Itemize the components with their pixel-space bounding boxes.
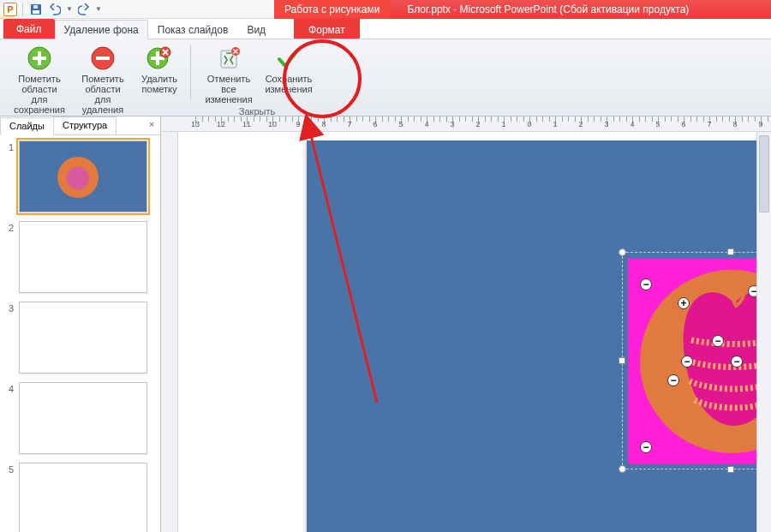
slide-panel-tab-outline[interactable]: Структура (53, 117, 117, 134)
thumb-row[interactable]: 3 (3, 302, 157, 374)
discard-label-1: Отменить все (207, 74, 250, 94)
ruler-label: 8 (732, 120, 737, 129)
remove-hint-marker[interactable]: − (640, 441, 652, 453)
vertical-scrollbar[interactable] (756, 132, 771, 532)
qat-separator (22, 3, 23, 16)
ruler-label: 1 (553, 120, 557, 129)
redo-icon[interactable] (76, 2, 92, 17)
ruler-label: 4 (424, 120, 428, 129)
tab-format[interactable]: Формат (299, 20, 355, 39)
slide-canvas[interactable]: − + − + − − − − − + − − (178, 132, 771, 532)
remove-hint-marker[interactable]: − (712, 335, 724, 347)
remove-hint-marker[interactable]: − (640, 278, 652, 290)
ribbon-group-close: Отменить всеизменения Сохранитьизменения… (194, 41, 320, 116)
slide-thumbnail-5[interactable] (19, 463, 147, 532)
svg-rect-5 (33, 57, 46, 60)
svg-rect-7 (96, 57, 110, 60)
remove-hint-marker[interactable]: − (731, 356, 743, 368)
ruler-ticks: 131211109876543210123456789 (195, 117, 771, 131)
thumb-row[interactable]: 4 (3, 382, 157, 454)
ruler-label: 5 (655, 120, 660, 129)
ruler-label: 12 (217, 120, 225, 129)
mark-keep-label-1: Пометить области (18, 74, 60, 94)
selection-handle[interactable] (619, 357, 625, 364)
tab-view[interactable]: Вид (237, 20, 275, 39)
discard-label-2: изменения (205, 94, 252, 105)
keep-label-1: Сохранить (266, 74, 313, 84)
slide-editor: 131211109876543210123456789 (161, 117, 771, 532)
delete-mark-button[interactable]: Удалитьпометку (135, 43, 183, 94)
plus-circle-green-icon (26, 45, 53, 72)
scrollbar-thumb[interactable] (759, 135, 769, 212)
remove-hint-marker[interactable]: − (681, 356, 693, 368)
ruler-label: 9 (758, 120, 762, 129)
selection-handle[interactable] (727, 466, 734, 473)
checkmark-green-icon (275, 45, 302, 72)
ribbon-separator (190, 45, 191, 100)
mark-remove-label-1: Пометить области (81, 74, 123, 94)
slide-thumbnail-2[interactable] (19, 221, 147, 293)
ruler-label: 9 (296, 120, 300, 129)
slide-panel: Слайды Структура × 1 2 3 4 5 (0, 117, 161, 532)
ruler-label: 7 (347, 120, 351, 129)
horizontal-ruler[interactable]: 131211109876543210123456789 (161, 117, 771, 132)
workspace: Слайды Структура × 1 2 3 4 5 (0, 117, 771, 532)
thumb-row[interactable]: 2 (3, 221, 157, 293)
mark-keep-label-2: для сохранения (14, 94, 65, 115)
minus-circle-red-icon (89, 45, 117, 72)
quick-access-toolbar: P ▼ ▼ (0, 0, 274, 19)
undo-icon[interactable] (47, 2, 63, 17)
qat-customize-icon[interactable]: ▼ (95, 5, 102, 13)
vertical-ruler[interactable] (161, 132, 178, 532)
recycle-bin-icon (215, 45, 242, 72)
ruler-label: 6 (681, 120, 685, 129)
thumb-row[interactable]: 5 (3, 463, 157, 532)
ribbon: Пометить областидля сохранения Пометить … (0, 39, 771, 117)
window-title: Блог.pptx - Microsoft PowerPoint (Сбой а… (390, 0, 771, 19)
slide-thumbnails[interactable]: 1 2 3 4 5 (0, 135, 160, 532)
keep-hint-marker[interactable]: + (678, 297, 690, 309)
selection-handle[interactable] (727, 248, 734, 255)
ruler-label: 4 (630, 120, 634, 129)
tab-file[interactable]: Файл (3, 19, 55, 39)
slide-thumbnail-4[interactable] (19, 382, 147, 454)
delete-mark-label-1: Удалить (141, 74, 177, 84)
ruler-label: 5 (398, 120, 403, 129)
ribbon-group-refine: Пометить областидля сохранения Пометить … (5, 41, 187, 116)
ruler-label: 3 (450, 120, 454, 129)
mark-areas-remove-button[interactable]: Пометить областидля удаления (72, 43, 134, 115)
picture-selection[interactable]: − + − + − − − − − + − − (622, 252, 771, 469)
background-removal-mask: − + − + − − − − − + − − (628, 258, 771, 463)
mark-areas-keep-button[interactable]: Пометить областидля сохранения (9, 43, 70, 115)
undo-dropdown-icon[interactable]: ▼ (66, 5, 73, 13)
picture-tools-tab-group: Формат (294, 18, 360, 39)
remove-hint-marker[interactable]: − (667, 374, 679, 386)
title-bar: P ▼ ▼ Работа с рисунками Блог.pptx - Mic… (0, 0, 771, 19)
thumb-number: 1 (3, 140, 14, 152)
ruler-label: 13 (191, 120, 200, 129)
ruler-label: 8 (321, 120, 326, 129)
ruler-label: 10 (268, 120, 277, 129)
selection-handle[interactable] (619, 465, 626, 473)
keep-changes-button[interactable]: Сохранитьизменения (261, 43, 316, 94)
slide-panel-tab-slides[interactable]: Слайды (0, 117, 54, 135)
discard-changes-button[interactable]: Отменить всеизменения (198, 43, 260, 105)
slide-panel-close-icon[interactable]: × (143, 117, 160, 134)
slide-surface[interactable]: − + − + − − − − − + − − (307, 140, 771, 532)
svg-rect-10 (151, 57, 164, 60)
slide-thumbnail-1[interactable] (19, 140, 147, 212)
tab-remove-background[interactable]: Удаление фона (55, 20, 148, 39)
selection-handle[interactable] (619, 248, 626, 256)
slide-thumbnail-3[interactable] (19, 302, 147, 374)
ruler-label: 2 (578, 120, 583, 129)
ruler-label: 0 (527, 120, 531, 129)
thumb-number: 2 (3, 221, 14, 233)
thumb-number: 3 (3, 302, 14, 314)
keep-label-2: изменения (265, 84, 312, 94)
thumb-row[interactable]: 1 (3, 140, 157, 212)
mark-remove-label-2: для удаления (82, 94, 123, 115)
svg-rect-2 (33, 5, 38, 9)
save-icon[interactable] (28, 2, 44, 17)
powerpoint-app-icon[interactable]: P (3, 3, 17, 16)
tab-slideshow[interactable]: Показ слайдов (148, 20, 238, 39)
